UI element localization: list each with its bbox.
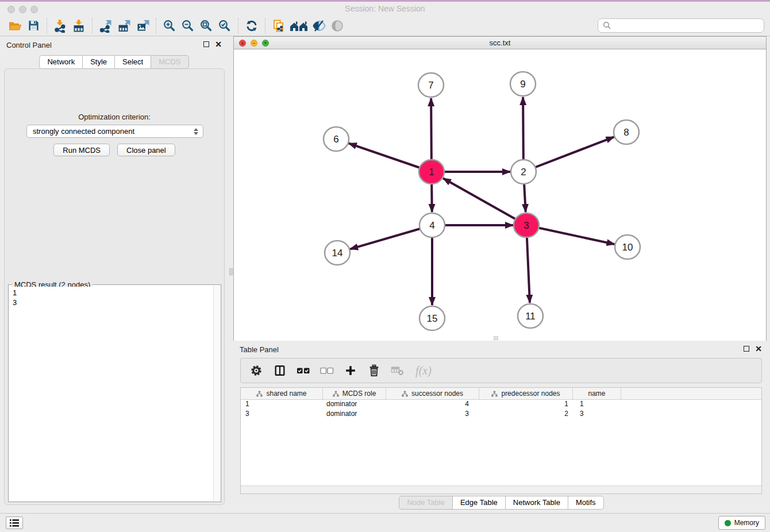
show-graphics-button[interactable] xyxy=(310,17,328,34)
import-table-button[interactable] xyxy=(70,17,88,34)
cell-predecessor-nodes[interactable]: 1 xyxy=(479,400,573,410)
search-input[interactable] xyxy=(615,21,759,30)
network-window-titlebar[interactable]: x − + scc.txt xyxy=(234,37,766,49)
export-network-button[interactable] xyxy=(97,17,115,34)
toolbar-separator xyxy=(47,18,47,34)
graph-edge-3-10[interactable] xyxy=(526,225,615,244)
network-canvas[interactable]: 1234678910111415 xyxy=(234,49,766,341)
graph-node-11[interactable]: 11 xyxy=(518,304,543,328)
graph-node-14[interactable]: 14 xyxy=(325,241,350,265)
float-panel-icon[interactable] xyxy=(203,41,209,47)
mcds-tab-content: Optimization criterion: strongly connect… xyxy=(4,68,225,505)
delete-column-button[interactable] xyxy=(367,363,382,379)
graph-node-2[interactable]: 2 xyxy=(511,160,536,184)
graph-node-1[interactable]: 1 xyxy=(419,160,444,184)
hide-graphics-icon xyxy=(330,19,344,33)
cell-successor-nodes[interactable]: 4 xyxy=(386,400,479,410)
deselect-all-button[interactable] xyxy=(319,363,334,379)
cell-predecessor-nodes[interactable]: 2 xyxy=(479,410,573,419)
zoom-in-button[interactable] xyxy=(160,17,179,34)
cell-successor-nodes[interactable]: 3 xyxy=(386,410,479,419)
divider-grip[interactable] xyxy=(229,268,233,275)
criterion-value: strongly connected component xyxy=(33,127,194,136)
tab-mcds[interactable]: MCDS xyxy=(151,55,188,69)
tab-network-table[interactable]: Network Table xyxy=(505,496,568,510)
graph-edge-3-1[interactable] xyxy=(443,178,526,225)
main-toolbar xyxy=(0,16,770,36)
cell-shared-name[interactable]: 1 xyxy=(241,400,323,410)
tab-node-table[interactable]: Node Table xyxy=(399,496,453,510)
open-session-button[interactable] xyxy=(6,17,24,34)
network-graph[interactable]: 1234678910111415 xyxy=(234,49,766,341)
column-header-successor-nodes[interactable]: successor nodes xyxy=(386,388,479,399)
close-panel-button[interactable]: Close panel xyxy=(117,144,175,156)
zoom-fit-button[interactable] xyxy=(197,17,215,34)
graph-node-6[interactable]: 6 xyxy=(324,127,349,151)
panel-divider[interactable] xyxy=(229,36,233,513)
column-header-name[interactable]: name xyxy=(573,388,621,399)
canvas-resize-grip[interactable] xyxy=(494,336,498,340)
show-columns-button[interactable] xyxy=(272,363,287,379)
cell-MCDS-role[interactable]: dominator xyxy=(323,410,386,419)
tab-motifs[interactable]: Motifs xyxy=(568,496,604,510)
run-mcds-button[interactable]: Run MCDS xyxy=(53,144,110,156)
import-network-icon xyxy=(53,19,67,33)
graph-node-3[interactable]: 3 xyxy=(514,213,539,237)
add-column-button[interactable] xyxy=(343,363,358,379)
first-neighbors-button[interactable] xyxy=(288,17,310,34)
zoom-out-button[interactable] xyxy=(179,17,197,34)
hide-graphics-button[interactable] xyxy=(328,17,346,34)
graph-node-15[interactable]: 15 xyxy=(419,306,445,330)
function-builder-button[interactable]: f(x) xyxy=(414,363,433,379)
close-table-panel-icon[interactable]: ✕ xyxy=(755,344,762,354)
result-scrollbar[interactable] xyxy=(213,286,220,501)
mcds-result-text[interactable]: 1 3 xyxy=(9,287,213,501)
close-panel-icon[interactable]: ✕ xyxy=(215,39,222,49)
table-settings-button[interactable] xyxy=(249,363,264,379)
graph-node-7[interactable]: 7 xyxy=(418,73,444,97)
save-session-button[interactable] xyxy=(24,17,43,34)
criterion-select[interactable]: strongly connected component xyxy=(26,125,203,138)
refresh-view-button[interactable] xyxy=(242,17,261,34)
table-row[interactable]: 1dominator411 xyxy=(241,400,761,410)
control-panel-title: Control Panel xyxy=(6,41,52,49)
svg-text:9: 9 xyxy=(520,79,525,90)
table-row[interactable]: 3dominator323 xyxy=(241,410,761,419)
import-network-button[interactable] xyxy=(51,17,70,34)
graph-node-4[interactable]: 4 xyxy=(419,213,445,237)
zoom-selected-button[interactable] xyxy=(215,17,234,34)
graph-node-9[interactable]: 9 xyxy=(510,72,536,96)
control-panel-tabs: NetworkStyleSelectMCDS xyxy=(0,55,229,69)
graph-edge-2-8[interactable] xyxy=(523,137,614,172)
table-horizontal-scrollbar[interactable] xyxy=(241,485,761,494)
column-header-shared-name[interactable]: shared name xyxy=(241,388,323,399)
tab-network[interactable]: Network xyxy=(39,55,83,69)
cell-MCDS-role[interactable]: dominator xyxy=(323,400,386,410)
checked-boxes-icon xyxy=(297,366,310,375)
column-header-MCDS-role[interactable]: MCDS role xyxy=(323,388,386,399)
graph-node-8[interactable]: 8 xyxy=(614,120,639,144)
gear-icon xyxy=(250,364,263,377)
select-all-button[interactable] xyxy=(296,363,311,379)
cell-name[interactable]: 1 xyxy=(573,400,621,410)
svg-text:1: 1 xyxy=(429,167,434,178)
tab-style[interactable]: Style xyxy=(82,55,115,69)
memory-button[interactable]: Memory xyxy=(718,516,765,530)
zoom-selected-icon xyxy=(218,19,232,33)
toolbar-separator xyxy=(92,18,93,34)
tab-edge-table[interactable]: Edge Table xyxy=(452,496,506,510)
task-history-button[interactable] xyxy=(6,516,23,529)
search-field[interactable] xyxy=(598,18,764,33)
cell-shared-name[interactable]: 3 xyxy=(241,410,323,419)
export-image-button[interactable] xyxy=(133,17,152,34)
cell-name[interactable]: 3 xyxy=(573,410,621,419)
table-body: 1dominator4113dominator323 xyxy=(241,400,761,419)
delete-table-button[interactable] xyxy=(390,363,405,379)
export-table-button[interactable] xyxy=(115,17,133,34)
clone-network-button[interactable] xyxy=(270,17,288,34)
toolbar-separator xyxy=(238,18,238,34)
column-header-predecessor-nodes[interactable]: predecessor nodes xyxy=(479,388,573,399)
float-table-panel-icon[interactable] xyxy=(744,346,749,352)
tab-select[interactable]: Select xyxy=(114,55,151,69)
graph-node-10[interactable]: 10 xyxy=(615,235,640,259)
